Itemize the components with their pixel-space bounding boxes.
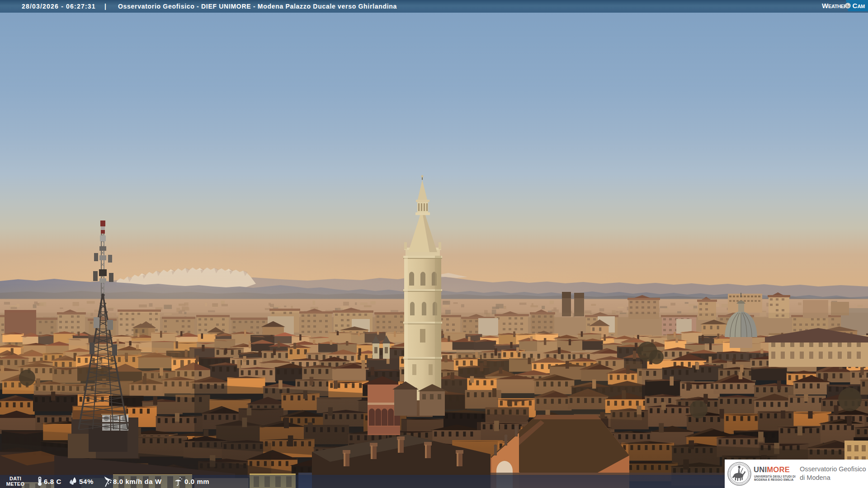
svg-text:EATHER: EATHER: [828, 4, 847, 9]
svg-text:AM: AM: [858, 4, 865, 9]
svg-text:W: W: [822, 2, 829, 9]
svg-text:C: C: [853, 2, 858, 9]
